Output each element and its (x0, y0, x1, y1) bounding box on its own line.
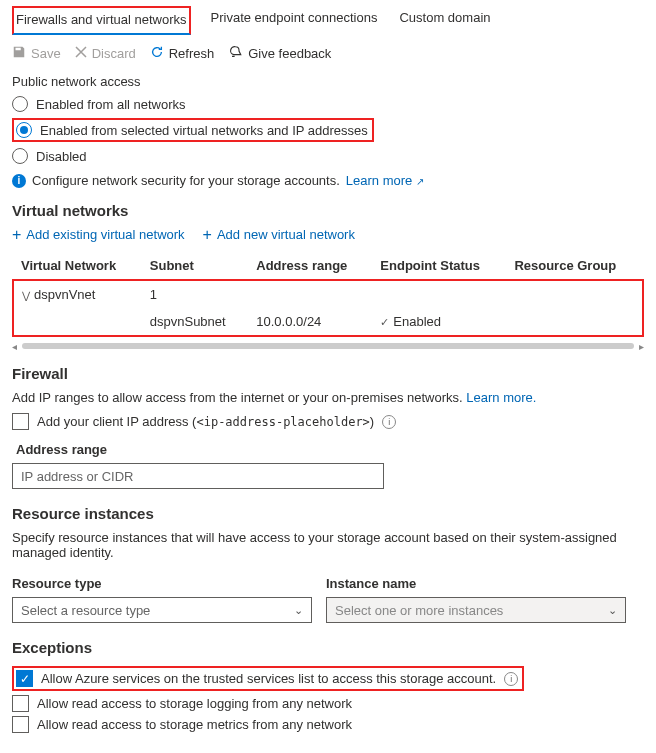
info-icon[interactable]: i (504, 672, 518, 686)
exception-trusted-services-checkbox[interactable]: ✓ Allow Azure services on the trusted se… (12, 666, 524, 691)
close-icon (75, 46, 87, 61)
firewall-desc: Add IP ranges to allow access from the i… (12, 390, 463, 405)
horizontal-scrollbar[interactable]: ◂▸ (12, 341, 644, 351)
vnet-table: Virtual Network Subnet Address range End… (12, 252, 644, 337)
firewall-learn-more-link[interactable]: Learn more. (466, 390, 536, 405)
add-existing-vnet-button[interactable]: +Add existing virtual network (12, 227, 185, 242)
external-link-icon: ↗ (416, 176, 424, 187)
add-client-ip-checkbox[interactable]: Add your client IP address (<ip-address-… (12, 411, 644, 432)
plus-icon: + (12, 228, 21, 242)
col-resource-group[interactable]: Resource Group (506, 252, 643, 280)
exception-metrics-checkbox[interactable]: Allow read access to storage metrics fro… (12, 714, 644, 735)
exception-logging-checkbox[interactable]: Allow read access to storage logging fro… (12, 693, 644, 714)
resource-type-select[interactable]: Select a resource type ⌄ (12, 597, 312, 623)
resource-instances-heading: Resource instances (12, 505, 644, 522)
resource-instances-desc: Specify resource instances that will hav… (12, 530, 644, 560)
firewall-heading: Firewall (12, 365, 644, 382)
refresh-icon (150, 45, 164, 62)
discard-button[interactable]: Discard (75, 46, 136, 61)
col-virtual-network[interactable]: Virtual Network (13, 252, 142, 280)
instance-name-select[interactable]: Select one or more instances ⌄ (326, 597, 626, 623)
col-endpoint-status[interactable]: Endpoint Status (372, 252, 506, 280)
feedback-button[interactable]: Give feedback (228, 45, 331, 62)
radio-selected-networks[interactable]: Enabled from selected virtual networks a… (12, 118, 374, 142)
info-icon[interactable]: i (382, 415, 396, 429)
chevron-down-icon: ⌄ (294, 604, 303, 617)
chevron-down-icon: ⌄ (608, 604, 617, 617)
tab-custom-domain[interactable]: Custom domain (397, 6, 492, 35)
tab-firewalls[interactable]: Firewalls and virtual networks (12, 6, 191, 35)
info-text: Configure network security for your stor… (32, 173, 340, 188)
public-access-heading: Public network access (12, 74, 644, 89)
address-range-input[interactable] (12, 463, 384, 489)
feedback-icon (228, 45, 243, 62)
table-row[interactable]: ⋁dspvnVnet 1 (13, 280, 643, 308)
radio-all-networks[interactable]: Enabled from all networks (12, 93, 644, 115)
resource-type-label: Resource type (12, 576, 312, 591)
chevron-down-icon[interactable]: ⋁ (22, 290, 30, 301)
col-subnet[interactable]: Subnet (142, 252, 249, 280)
plus-icon: + (203, 228, 212, 242)
vnet-heading: Virtual networks (12, 202, 644, 219)
add-new-vnet-button[interactable]: +Add new virtual network (203, 227, 355, 242)
exceptions-heading: Exceptions (12, 639, 644, 656)
radio-disabled[interactable]: Disabled (12, 145, 644, 167)
learn-more-link[interactable]: Learn more ↗ (346, 173, 424, 188)
table-row[interactable]: dspvnSubnet 10.0.0.0/24 ✓Enabled (13, 308, 643, 336)
refresh-button[interactable]: Refresh (150, 45, 215, 62)
address-range-label: Address range (16, 442, 644, 457)
save-button[interactable]: Save (12, 45, 61, 62)
check-icon: ✓ (380, 316, 389, 328)
save-icon (12, 45, 26, 62)
info-icon: i (12, 174, 26, 188)
instance-name-label: Instance name (326, 576, 626, 591)
tab-private-endpoints[interactable]: Private endpoint connections (209, 6, 380, 35)
col-address-range[interactable]: Address range (248, 252, 372, 280)
